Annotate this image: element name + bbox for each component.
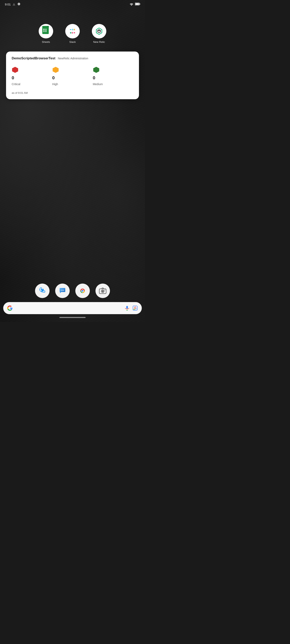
svg-rect-10 <box>45 31 47 32</box>
newrelic-widget[interactable]: DemoScriptedBrowserTest NewRelic Adminis… <box>6 52 139 99</box>
svg-point-33 <box>82 290 83 292</box>
svg-rect-17 <box>70 32 71 34</box>
svg-rect-5 <box>43 29 45 30</box>
messages-icon <box>58 287 67 295</box>
app-item-sheets[interactable]: Sheets <box>39 24 53 44</box>
medium-count: 0 <box>93 75 133 80</box>
time-display: 9:01 <box>5 2 11 6</box>
warning-icon: ⚠ <box>13 3 15 6</box>
critical-hexagon <box>12 66 19 73</box>
svg-rect-19 <box>72 32 73 34</box>
svg-point-29 <box>63 290 64 290</box>
dock-phone[interactable] <box>35 284 50 298</box>
sheets-label: Sheets <box>42 40 50 44</box>
high-label: High <box>52 82 93 86</box>
stat-medium: 0 Medium <box>93 66 133 86</box>
settings-icon <box>17 2 21 6</box>
home-indicator[interactable] <box>59 317 86 318</box>
svg-rect-6 <box>45 29 47 30</box>
dock-messages[interactable] <box>55 284 70 298</box>
medium-hex-icon <box>93 67 99 73</box>
dock-row <box>0 284 145 298</box>
slack-icon-circle <box>65 24 80 38</box>
widget-title: DemoScriptedBrowserTest <box>12 56 55 60</box>
dock-chrome[interactable] <box>75 284 90 298</box>
app-item-slack[interactable]: Slack <box>65 24 80 44</box>
camera-icon <box>99 287 107 294</box>
svg-rect-2 <box>140 4 140 5</box>
battery-icon <box>135 2 140 6</box>
search-bar[interactable] <box>3 302 142 314</box>
dock-camera[interactable] <box>96 284 110 298</box>
search-mic-icon[interactable] <box>124 306 130 311</box>
svg-point-28 <box>62 290 63 290</box>
chrome-icon <box>78 286 87 295</box>
app-row: Sheets Slack <box>0 24 145 44</box>
bottom-area <box>0 284 145 322</box>
status-bar: 9:01 ⚠ <box>0 0 145 8</box>
high-hex-icon <box>53 67 59 73</box>
google-g-icon <box>7 306 13 311</box>
critical-label: Critical <box>12 82 52 86</box>
status-right <box>130 2 140 6</box>
phone-icon <box>39 287 46 294</box>
svg-rect-13 <box>72 29 73 30</box>
search-lens-icon[interactable] <box>133 306 138 311</box>
status-left: 9:01 ⚠ <box>5 2 21 6</box>
critical-count: 0 <box>12 75 52 80</box>
widget-header: DemoScriptedBrowserTest NewRelic Adminis… <box>12 56 133 60</box>
widget-footer: as of 9:01 AM <box>12 91 133 94</box>
timestamp-prefix: as of <box>12 91 18 94</box>
svg-rect-38 <box>126 306 128 309</box>
widget-subtitle: NewRelic Administration <box>58 57 88 60</box>
high-count: 0 <box>52 75 93 80</box>
svg-rect-7 <box>43 30 45 31</box>
svg-point-36 <box>102 290 104 292</box>
svg-rect-12 <box>70 29 72 30</box>
medium-hexagon <box>93 66 100 73</box>
newrelic-label: New Relic <box>93 40 105 44</box>
newrelic-icon-circle <box>92 24 106 38</box>
svg-rect-18 <box>74 32 75 33</box>
svg-point-27 <box>61 290 62 290</box>
svg-point-11 <box>68 27 77 36</box>
critical-hex-icon <box>12 67 18 73</box>
stat-critical: 0 Critical <box>12 66 52 86</box>
stat-high: 0 High <box>52 66 93 86</box>
slack-label: Slack <box>69 40 76 44</box>
svg-rect-9 <box>43 31 45 32</box>
wifi-icon <box>130 2 133 6</box>
svg-rect-15 <box>74 29 75 30</box>
high-hexagon <box>52 66 59 73</box>
svg-rect-8 <box>45 30 47 31</box>
svg-rect-1 <box>135 3 139 5</box>
app-item-newrelic[interactable]: New Relic <box>92 24 106 44</box>
widget-stats: 0 Critical 0 High 0 Medium <box>12 66 133 86</box>
medium-label: Medium <box>93 82 133 86</box>
widget-timestamp: 9:01 AM <box>18 91 28 94</box>
svg-rect-37 <box>105 290 105 290</box>
sheets-icon-circle <box>39 24 53 38</box>
